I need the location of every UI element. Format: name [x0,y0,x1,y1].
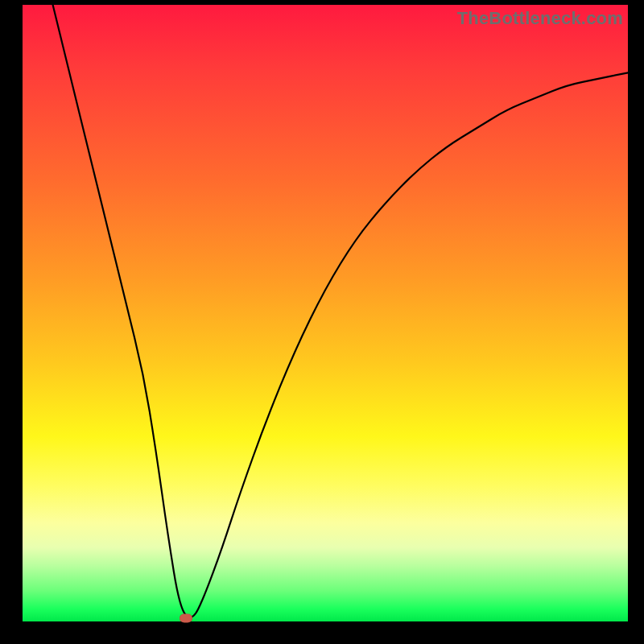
bottleneck-curve [23,5,628,621]
plot-area: TheBottleneck.com [23,5,628,621]
curve-path [53,5,628,617]
chart-frame: TheBottleneck.com [0,0,644,644]
optimal-marker [180,614,192,623]
